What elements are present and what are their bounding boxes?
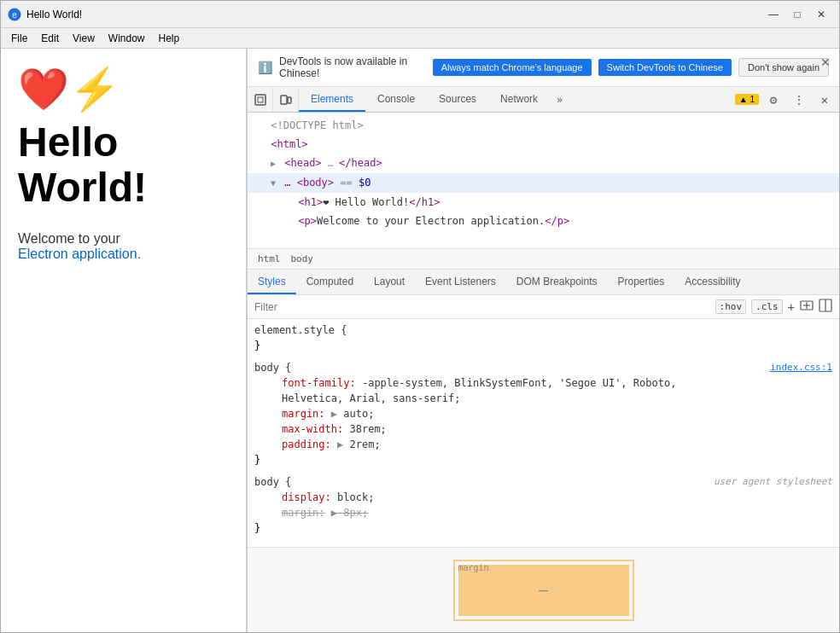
styles-tab-dom-breakpoints[interactable]: DOM Breakpoints [506, 270, 608, 294]
tab-network[interactable]: Network [488, 87, 550, 112]
window-controls: — □ ✕ [762, 3, 832, 26]
more-options-button[interactable]: ⋮ [788, 89, 810, 111]
dont-show-again-button[interactable]: Don't show again [738, 58, 829, 77]
heart-icon: ❤️⚡ [18, 66, 120, 113]
css-selector: element.style { [254, 324, 347, 336]
css-source-link[interactable]: index.css:1 [770, 360, 832, 375]
dom-h1[interactable]: <h1>❤️ Hello World!</h1> [248, 193, 839, 212]
svg-rect-3 [258, 97, 263, 102]
app-subtitle: Welcome to your Electron application. [18, 231, 141, 262]
body-user-agent-block: body { user agent stylesheet display: bl… [254, 474, 832, 536]
devtools-panel: ℹ️ DevTools is now available in Chinese!… [247, 49, 839, 632]
minimize-button[interactable]: — [762, 3, 785, 26]
element-style-block: element.style { } [254, 322, 832, 353]
close-devtools-button[interactable]: ✕ [814, 89, 836, 111]
styles-tab-styles[interactable]: Styles [248, 270, 296, 294]
tab-console[interactable]: Console [365, 87, 427, 112]
css-user-agent-label: user agent stylesheet [714, 474, 832, 490]
settings-button[interactable]: ⚙ [762, 89, 785, 111]
menu-bar: File Edit View Window Help [1, 28, 839, 49]
css-padding: padding: [282, 438, 331, 450]
switch-devtools-button[interactable]: Switch DevTools to Chinese [598, 59, 732, 76]
menu-edit[interactable]: Edit [34, 31, 66, 46]
styles-tabs: Styles Computed Layout Event Listeners D… [248, 270, 839, 295]
styles-tab-computed[interactable]: Computed [296, 270, 364, 294]
new-rule-icon [800, 299, 814, 312]
filter-actions: :hov .cls + [715, 299, 832, 315]
close-button[interactable]: ✕ [810, 3, 832, 26]
css-margin-ua: margin: [282, 507, 325, 519]
maximize-button[interactable]: □ [786, 3, 808, 26]
app-content: ❤️⚡ Hello World! Welcome to your Electro… [1, 49, 247, 632]
main-area: ❤️⚡ Hello World! Welcome to your Electro… [1, 49, 839, 632]
box-model-margin: — [458, 565, 629, 616]
filter-hov-button[interactable]: :hov [715, 299, 747, 314]
dom-tree[interactable]: <!DOCTYPE html> <html> ▶ <head> … </head… [248, 113, 839, 249]
styles-tab-layout[interactable]: Layout [364, 270, 415, 294]
device-toolbar-button[interactable] [273, 87, 299, 112]
devtools-toolbar: Elements Console Sources Network » ▲ 1 ⚙… [248, 87, 839, 113]
css-max-width: max-width: [282, 423, 343, 435]
svg-text:e: e [12, 10, 17, 20]
app-title: Hello World! [18, 120, 147, 211]
styles-panel: Styles Computed Layout Event Listeners D… [248, 270, 839, 632]
svg-rect-4 [281, 96, 287, 104]
menu-help[interactable]: Help [152, 31, 187, 46]
window-title: Hello World! [26, 9, 762, 20]
styles-tab-properties[interactable]: Properties [608, 270, 675, 294]
dom-head[interactable]: ▶ <head> … </head> [248, 154, 839, 173]
css-font-family: font-family: [282, 377, 356, 389]
dom-body[interactable]: ▼ … <body> == $0 [248, 173, 839, 193]
device-icon [280, 94, 292, 106]
dom-html[interactable]: <html> [248, 135, 839, 154]
css-display: display: [282, 491, 331, 503]
title-bar: e Hello World! — □ ✕ [1, 1, 839, 28]
dom-p[interactable]: <p>Welcome to your Electron application.… [248, 212, 839, 230]
app-window: e Hello World! — □ ✕ File Edit View Wind… [0, 0, 840, 633]
css-margin: margin: [282, 408, 325, 420]
notification-bar: ℹ️ DevTools is now available in Chinese!… [248, 49, 839, 87]
warning-badge: ▲ 1 [735, 94, 759, 105]
new-style-rule-button[interactable] [800, 299, 814, 315]
tab-elements[interactable]: Elements [299, 87, 365, 112]
tab-sources[interactable]: Sources [427, 87, 488, 112]
svg-rect-5 [288, 97, 291, 103]
box-model: margin — [453, 560, 634, 621]
breadcrumb-html[interactable]: html [254, 253, 284, 265]
css-body-selector: body { [254, 362, 291, 374]
menu-view[interactable]: View [66, 31, 102, 46]
styles-tab-accessibility[interactable]: Accessibility [674, 270, 750, 294]
svg-rect-2 [255, 95, 265, 105]
always-match-button[interactable]: Always match Chrome's language [433, 59, 592, 76]
breadcrumb-body[interactable]: body [288, 253, 318, 265]
css-body-ua-selector: body { [254, 476, 291, 488]
notification-text: DevTools is now available in Chinese! [279, 55, 426, 79]
devtools-tabs: Elements Console Sources Network » [299, 87, 735, 112]
body-style-block: body { index.css:1 font-family: -apple-s… [254, 360, 832, 467]
menu-window[interactable]: Window [102, 31, 152, 46]
toggle-panel-button[interactable] [819, 299, 832, 315]
app-icon: e [8, 8, 21, 21]
panel-icon [819, 299, 832, 312]
breadcrumb: html body [248, 249, 839, 270]
box-model-label: margin [458, 563, 489, 572]
more-tabs-button[interactable]: » [550, 87, 569, 112]
styles-filter-bar: :hov .cls + [248, 295, 839, 319]
dom-doctype[interactable]: <!DOCTYPE html> [248, 116, 839, 135]
box-model-value: — [539, 581, 548, 599]
info-icon: ℹ️ [258, 61, 272, 74]
styles-tab-event-listeners[interactable]: Event Listeners [415, 270, 506, 294]
elements-panel: <!DOCTYPE html> <html> ▶ <head> … </head… [248, 113, 839, 632]
styles-filter-input[interactable] [254, 301, 709, 313]
app-logo: ❤️⚡ [18, 66, 127, 113]
toolbar-right: ▲ 1 ⚙ ⋮ ✕ [735, 87, 839, 112]
menu-file[interactable]: File [4, 31, 34, 46]
box-model-section: margin — [248, 547, 839, 632]
add-style-button[interactable]: + [788, 300, 795, 314]
filter-cls-button[interactable]: .cls [751, 299, 783, 314]
cursor-icon [254, 94, 266, 106]
inspect-element-button[interactable] [248, 87, 273, 112]
styles-content: element.style { } body { index.css:1 [248, 319, 839, 547]
notification-close-button[interactable]: ✕ [820, 55, 831, 69]
